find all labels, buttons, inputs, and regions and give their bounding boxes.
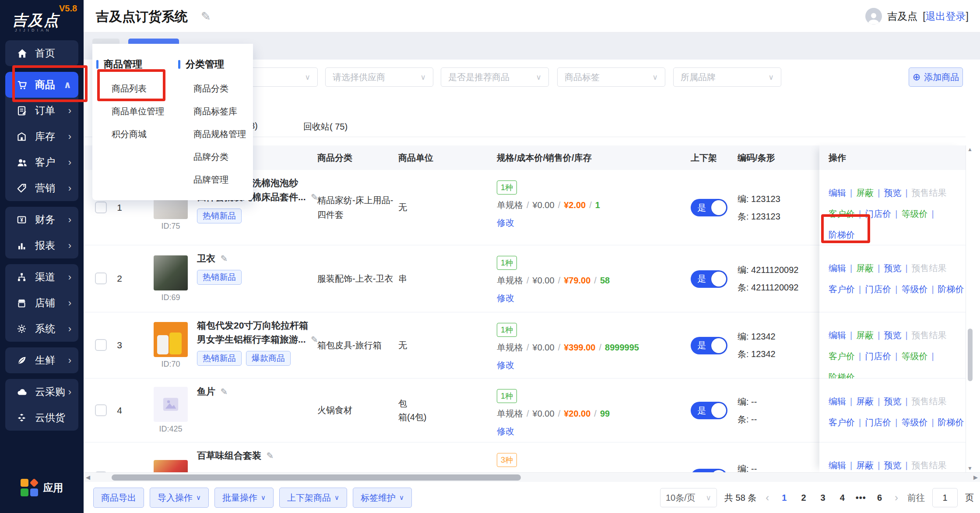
- action-link-编辑[interactable]: 编辑: [829, 330, 846, 340]
- page-number-3[interactable]: 3: [817, 493, 829, 503]
- action-link-编辑[interactable]: 编辑: [829, 188, 846, 198]
- sidebar-item-云采购[interactable]: 云采购›: [5, 379, 78, 405]
- edit-pencil-icon[interactable]: ✎: [264, 451, 274, 460]
- action-link-预览[interactable]: 预览: [884, 188, 901, 198]
- status-toggle[interactable]: 是: [691, 469, 727, 472]
- goto-page-input[interactable]: 1: [932, 488, 958, 507]
- page-ellipsis[interactable]: •••: [856, 493, 866, 503]
- action-link-编辑[interactable]: 编辑: [829, 460, 846, 470]
- sidebar-item-报表[interactable]: 报表›: [5, 233, 78, 258]
- action-link-客户价[interactable]: 客户价: [829, 209, 855, 219]
- sidebar-item-渠道[interactable]: 渠道›: [5, 264, 78, 290]
- sidebar-item-首页[interactable]: 首页: [5, 40, 78, 66]
- action-link-预览[interactable]: 预览: [884, 396, 901, 406]
- vertical-scrollbar[interactable]: ▲ ▼: [966, 145, 974, 472]
- status-toggle[interactable]: 是: [691, 402, 727, 419]
- sidebar-apps[interactable]: 应用: [0, 479, 84, 496]
- action-link-门店价[interactable]: 门店价: [865, 209, 891, 219]
- sidebar-item-库存[interactable]: 库存›: [5, 124, 78, 149]
- add-product-button[interactable]: ⊕添加商品: [909, 67, 963, 87]
- page-size-select[interactable]: 10条/页∨: [660, 488, 717, 507]
- list-tab-recycle[interactable]: 回收站( 75): [303, 121, 348, 133]
- menu-item-品牌管理[interactable]: 品牌管理: [193, 168, 253, 191]
- modify-link[interactable]: 修改: [497, 359, 646, 371]
- edit-pencil-icon[interactable]: ✎: [309, 192, 318, 202]
- vertical-scroll-thumb[interactable]: [968, 329, 973, 381]
- action-link-门店价[interactable]: 门店价: [865, 351, 891, 361]
- action-link-预览[interactable]: 预览: [884, 263, 901, 273]
- filter-select-tag[interactable]: 商品标签∨: [557, 67, 665, 87]
- action-link-屏蔽[interactable]: 屏蔽: [856, 263, 874, 273]
- action-link-预览[interactable]: 预览: [884, 460, 901, 470]
- row-checkbox[interactable]: [95, 202, 107, 213]
- action-link-编辑[interactable]: 编辑: [829, 396, 846, 406]
- next-page-icon[interactable]: ›: [893, 492, 900, 504]
- modify-link[interactable]: 修改: [497, 217, 646, 229]
- action-link-预览[interactable]: 预览: [884, 330, 901, 340]
- row-checkbox[interactable]: [95, 339, 107, 351]
- scroll-right-arrow-icon[interactable]: ▶: [973, 474, 978, 481]
- status-toggle[interactable]: 是: [691, 270, 727, 288]
- sidebar-item-财务[interactable]: ¥财务›: [5, 207, 78, 233]
- edit-pencil-icon[interactable]: ✎: [309, 335, 318, 344]
- product-image[interactable]: [154, 460, 188, 473]
- sidebar-item-店铺[interactable]: 店铺›: [5, 290, 78, 316]
- menu-item-积分商城[interactable]: 积分商城: [112, 123, 171, 145]
- sidebar-item-营销[interactable]: 营销›: [5, 175, 78, 201]
- row-checkbox[interactable]: [95, 404, 107, 416]
- title-edit-icon[interactable]: ✎: [201, 10, 211, 24]
- action-link-门店价[interactable]: 门店价: [865, 284, 891, 294]
- action-link-等级价[interactable]: 等级价: [901, 351, 927, 361]
- action-link-屏蔽[interactable]: 屏蔽: [856, 396, 874, 406]
- scroll-up-arrow-icon[interactable]: ▲: [967, 146, 973, 152]
- toolbar-button-商品导出[interactable]: 商品导出: [93, 488, 144, 508]
- horizontal-scrollbar[interactable]: ◀ ▶: [84, 472, 980, 482]
- logout-label[interactable]: 退出登录: [926, 11, 966, 22]
- toolbar-button-导入操作[interactable]: 导入操作∨: [150, 488, 209, 508]
- action-link-等级价[interactable]: 等级价: [901, 417, 927, 427]
- status-toggle[interactable]: 是: [691, 199, 727, 216]
- modify-link[interactable]: 修改: [497, 292, 646, 304]
- menu-item-商品标签库[interactable]: 商品标签库: [193, 100, 253, 123]
- toolbar-button-标签维护[interactable]: 标签维护∨: [353, 488, 412, 508]
- action-link-阶梯价[interactable]: 阶梯价: [829, 230, 855, 240]
- row-checkbox[interactable]: [95, 272, 107, 284]
- product-image[interactable]: [154, 322, 188, 357]
- action-link-屏蔽[interactable]: 屏蔽: [856, 188, 874, 198]
- filter-select-brand[interactable]: 所属品牌∨: [673, 67, 781, 87]
- status-toggle[interactable]: 是: [691, 337, 727, 354]
- scroll-left-arrow-icon[interactable]: ◀: [86, 474, 90, 481]
- toolbar-button-批量操作[interactable]: 批量操作∨: [214, 488, 274, 508]
- edit-pencil-icon[interactable]: ✎: [218, 254, 228, 263]
- action-link-客户价[interactable]: 客户价: [829, 417, 855, 427]
- filter-select-recommended[interactable]: 是否是推荐商品∨: [441, 67, 549, 87]
- action-link-等级价[interactable]: 等级价: [901, 284, 927, 294]
- toolbar-button-上下架商品[interactable]: 上下架商品∨: [279, 488, 347, 508]
- filter-select-supplier[interactable]: 请选择供应商∨: [325, 67, 433, 87]
- horizontal-scroll-thumb[interactable]: [112, 474, 521, 481]
- modify-link[interactable]: 修改: [497, 425, 646, 437]
- sidebar-item-生鲜[interactable]: 生鲜›: [5, 347, 78, 373]
- page-number-2[interactable]: 2: [797, 493, 809, 503]
- sidebar-item-云供货[interactable]: 云供货: [5, 405, 78, 431]
- page-number-4[interactable]: 4: [836, 493, 848, 503]
- page-number-6[interactable]: 6: [874, 493, 885, 503]
- sidebar-item-商品[interactable]: 商品∧: [5, 72, 78, 98]
- menu-item-商品列表[interactable]: 商品列表: [112, 77, 171, 100]
- action-link-屏蔽[interactable]: 屏蔽: [856, 460, 874, 470]
- sidebar-item-客户[interactable]: 客户›: [5, 149, 78, 175]
- logout-link[interactable]: [退出登录]: [923, 10, 969, 23]
- avatar[interactable]: [865, 8, 882, 25]
- menu-item-商品规格管理[interactable]: 商品规格管理: [193, 123, 253, 145]
- action-link-客户价[interactable]: 客户价: [829, 351, 855, 361]
- prev-page-icon[interactable]: ‹: [764, 492, 771, 504]
- action-link-屏蔽[interactable]: 屏蔽: [856, 330, 874, 340]
- edit-pencil-icon[interactable]: ✎: [218, 387, 228, 396]
- action-link-门店价[interactable]: 门店价: [865, 417, 891, 427]
- scroll-down-arrow-icon[interactable]: ▼: [967, 465, 973, 471]
- menu-item-商品单位管理[interactable]: 商品单位管理: [112, 100, 171, 123]
- sidebar-item-系统[interactable]: 系统›: [5, 316, 78, 342]
- action-link-客户价[interactable]: 客户价: [829, 284, 855, 294]
- action-link-等级价[interactable]: 等级价: [901, 209, 927, 219]
- menu-item-品牌分类[interactable]: 品牌分类: [193, 145, 253, 168]
